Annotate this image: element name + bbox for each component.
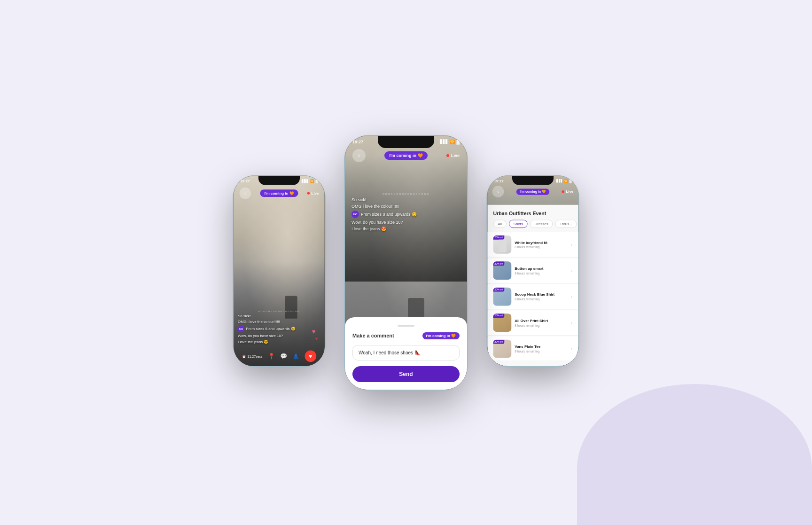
wifi-icon-c: 🛜 xyxy=(450,140,455,144)
product-item-3[interactable]: 20% off Scoop Neck Blue Shirt 8 hours re… xyxy=(487,284,578,309)
scroll-indicator: ooooooooooooooooo xyxy=(238,309,320,312)
back-button-center[interactable]: ‹ xyxy=(352,149,366,162)
discount-badge-3: 20% off xyxy=(493,287,505,291)
heart-2: ♥ xyxy=(315,335,318,341)
chevron-2: › xyxy=(571,267,573,273)
live-label-center: Live xyxy=(451,153,460,158)
chevron-1: › xyxy=(571,242,573,247)
product-sub-5: 8 hours remaining xyxy=(515,349,568,353)
tab-trousers[interactable]: Trous... xyxy=(555,219,577,228)
coming-in-pill-center[interactable]: I'm coming in 🧡 xyxy=(384,151,427,160)
product-sub-1: 8 hours remaining xyxy=(515,245,568,249)
background-blob xyxy=(577,384,812,525)
product-sub-2: 8 hours remaining xyxy=(515,271,568,275)
comment-input[interactable]: Woah, I need those shoes 👠 xyxy=(352,345,460,360)
heart-button[interactable]: ♥ xyxy=(304,350,316,362)
chat-icon-bottom[interactable]: 💬 xyxy=(280,353,287,359)
phone2-header: ‹ I'm coming in 🧡 Live xyxy=(345,149,467,162)
send-button[interactable]: Send xyxy=(352,366,460,382)
live-label-left: Live xyxy=(312,191,319,195)
floating-hearts: ♥ ♥ xyxy=(312,328,318,341)
status-icons-right: ▋▋▋ 🛜 ▓ xyxy=(556,179,571,183)
phone-right: 19:27 ▋▋▋ 🛜 ▓ ‹ I'm coming in 🧡 Live xyxy=(487,176,578,366)
status-icons-left: ▋▋▋ 🛜 ▓ xyxy=(302,179,318,183)
wifi-icon: 🛜 xyxy=(310,179,314,183)
live-dot-center xyxy=(446,154,449,157)
product-thumb-5: 20% off xyxy=(493,339,512,358)
uo-avatar-c: UO xyxy=(351,211,359,218)
chat-msg-3: UO From sizes 8 and upwards 😊 xyxy=(238,325,320,332)
product-info-3: Scoop Neck Blue Shirt 8 hours remaining xyxy=(515,292,568,300)
phone3-content: Urban Outfitters Event All Shirts Dresse… xyxy=(487,204,578,366)
coming-in-pill-right[interactable]: I'm coming in 🧡 xyxy=(516,188,549,195)
product-thumb-1: 20% off xyxy=(493,235,512,253)
tab-shirts[interactable]: Shirts xyxy=(509,219,528,228)
pill-label-center: I'm coming in 🧡 xyxy=(389,153,422,158)
chat-c-3: UO From sizes 8 and upwards 😊 xyxy=(351,211,461,218)
signal-icon-r: ▋▋▋ xyxy=(556,180,562,183)
discount-badge-5: 20% off xyxy=(493,339,505,344)
product-item-2[interactable]: 20% off Button up smart 8 hours remainin… xyxy=(487,258,578,283)
pill-label-right: I'm coming in 🧡 xyxy=(520,189,546,193)
chat-msg-5: I love the jeans 😍 xyxy=(238,339,320,344)
product-sub-3: 8 hours remaining xyxy=(515,297,568,301)
chat-msg-4: Wow, do you have size 10? xyxy=(238,334,320,338)
phone-center: 19:27 ▋▋▋ 🛜 ▓ ‹ I'm coming in 🧡 Live xyxy=(345,136,467,390)
product-info-4: All Over Print Shirt 8 hours remaining xyxy=(515,318,568,327)
phones-container: 19:27 ▋▋▋ 🛜 ▓ ‹ I'm coming in 🧡 Live xyxy=(227,136,585,390)
event-title: Urban Outfitters Event xyxy=(487,204,578,219)
product-name-3: Scoop Neck Blue Shirt xyxy=(515,292,568,296)
chat-msg-2: OMG i love the colour!!!!!! xyxy=(238,320,320,324)
coming-in-pill-modal[interactable]: I'm coming in 🧡 xyxy=(422,332,460,339)
phone1-bottom: ⏰ 11:27secs 📍 💬 👗 ♥ xyxy=(234,350,325,362)
product-sub-4: 8 hours remaining xyxy=(515,323,568,327)
product-item-1[interactable]: 20% off White boyfriend fit 8 hours rema… xyxy=(487,232,578,257)
wifi-icon-r: 🛜 xyxy=(564,179,568,183)
tab-dresses[interactable]: Dresses xyxy=(530,219,553,228)
chat-overlay-center: ooooooooooooooooo So sick! OMG i love th… xyxy=(345,192,467,233)
uo-msg: From sizes 8 and upwards 😊 xyxy=(246,327,296,331)
chat-overlay-left: ooooooooooooooooo So sick! OMG i love th… xyxy=(234,309,325,345)
uo-avatar: UO xyxy=(238,325,244,332)
product-item-5[interactable]: 20% off Vans Plain Tee 8 hours remaining… xyxy=(487,336,578,360)
back-button-left[interactable]: ‹ xyxy=(240,187,251,199)
status-time-center: 19:27 xyxy=(352,140,363,144)
product-list: 20% off White boyfriend fit 8 hours rema… xyxy=(487,232,578,360)
send-label: Send xyxy=(399,371,413,377)
uo-msg-c: From sizes 8 and upwards 😊 xyxy=(361,212,417,217)
tab-all[interactable]: All xyxy=(493,219,507,228)
modal-header: Make a comment I'm coming in 🧡 xyxy=(352,332,460,339)
product-thumb-3: 20% off xyxy=(493,287,512,306)
product-info-1: White boyfriend fit 8 hours remaining xyxy=(515,240,568,249)
live-dot-left xyxy=(307,192,310,194)
comment-text: Woah, I need those shoes 👠 xyxy=(359,350,420,355)
chat-c-2: OMG i love the colour!!!!!! xyxy=(351,204,461,209)
phone3-header: ‹ I'm coming in 🧡 Live xyxy=(487,186,578,197)
chat-c-5: I love the jeans 😍 xyxy=(351,227,461,231)
product-item-4[interactable]: 20% off All Over Print Shirt 8 hours rem… xyxy=(487,310,578,336)
product-thumb-2: 20% off xyxy=(493,261,512,280)
live-badge-left: Live xyxy=(307,191,319,195)
thumb-img-1 xyxy=(493,235,512,253)
live-dot-right xyxy=(562,190,564,193)
modal-title: Make a comment xyxy=(352,333,394,338)
back-button-right[interactable]: ‹ xyxy=(492,186,504,197)
coming-in-pill-left[interactable]: I'm coming in 🧡 xyxy=(260,189,298,197)
product-info-2: Button up smart 8 hours remaining xyxy=(515,266,568,274)
product-thumb-4: 20% off xyxy=(493,313,512,332)
chevron-4: › xyxy=(571,320,573,325)
pill-label-left: I'm coming in 🧡 xyxy=(265,191,294,195)
timer-value: 11:27secs xyxy=(248,354,263,358)
hanger-icon[interactable]: 👗 xyxy=(292,353,299,359)
phone-left: 19:27 ▋▋▋ 🛜 ▓ ‹ I'm coming in 🧡 Live xyxy=(234,176,325,366)
comment-modal: Make a comment I'm coming in 🧡 Woah, I n… xyxy=(345,317,467,390)
filter-tabs: All Shirts Dresses Trous... xyxy=(487,219,578,232)
product-info-5: Vans Plain Tee 8 hours remaining xyxy=(515,344,568,353)
signal-icon: ▋▋▋ xyxy=(302,179,309,183)
signal-icon-c: ▋▋▋ xyxy=(440,140,448,144)
chevron-5: › xyxy=(571,345,573,351)
location-icon[interactable]: 📍 xyxy=(268,353,275,359)
modal-handle xyxy=(398,325,414,327)
battery-icon: ▓ xyxy=(316,179,318,183)
discount-badge-4: 20% off xyxy=(493,313,505,318)
